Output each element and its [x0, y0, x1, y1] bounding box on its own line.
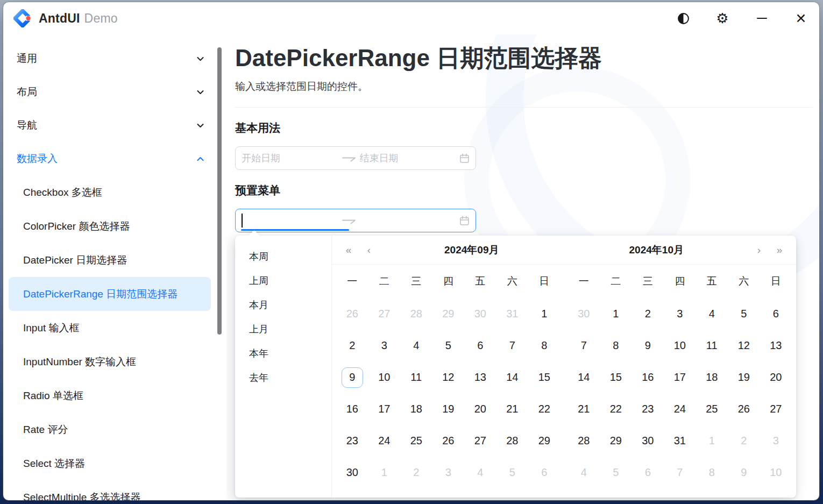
preset-item[interactable]: 本月 — [235, 293, 331, 317]
date-cell[interactable]: 7 — [664, 457, 696, 488]
date-cell[interactable]: 6 — [528, 457, 561, 488]
date-cell[interactable]: 31 — [496, 298, 529, 330]
date-cell[interactable]: 27 — [464, 425, 496, 457]
date-cell[interactable]: 7 — [568, 330, 600, 361]
preset-item[interactable]: 去年 — [235, 365, 331, 389]
date-cell[interactable]: 13 — [760, 330, 792, 361]
date-cell[interactable]: 5 — [728, 298, 760, 330]
prev-month-button[interactable]: ‹ — [359, 239, 379, 261]
preset-item[interactable]: 本周 — [235, 244, 331, 268]
date-cell[interactable]: 13 — [464, 361, 496, 393]
date-cell[interactable]: 8 — [528, 330, 561, 361]
date-cell[interactable]: 1 — [528, 298, 561, 330]
sidebar-scrollbar[interactable] — [214, 34, 226, 500]
range-picker-preset-input[interactable] — [235, 209, 476, 232]
date-cell[interactable]: 3 — [368, 330, 401, 361]
sidebar-group[interactable]: 布局 — [3, 75, 214, 109]
date-cell[interactable]: 23 — [632, 393, 664, 425]
date-cell[interactable]: 6 — [760, 298, 792, 330]
date-cell[interactable]: 1 — [368, 457, 401, 488]
sidebar-item[interactable]: SelectMultiple 多选选择器 — [9, 480, 211, 500]
sidebar-item[interactable]: ColorPicker 颜色选择器 — [9, 209, 211, 243]
date-cell[interactable]: 26 — [728, 393, 760, 425]
date-cell[interactable]: 21 — [496, 393, 529, 425]
date-cell[interactable]: 20 — [464, 393, 496, 425]
date-cell[interactable]: 2 — [400, 457, 432, 488]
date-cell[interactable]: 31 — [664, 425, 696, 457]
date-cell[interactable]: 30 — [336, 457, 368, 488]
date-cell[interactable]: 29 — [432, 298, 465, 330]
sidebar-item[interactable]: Checkbox 多选框 — [9, 175, 211, 209]
date-cell[interactable]: 26 — [432, 425, 465, 457]
date-cell[interactable]: 21 — [568, 393, 600, 425]
sidebar-item[interactable]: Input 输入框 — [9, 311, 211, 345]
sidebar-item[interactable]: InputNumber 数字输入框 — [9, 345, 211, 379]
date-cell[interactable]: 30 — [632, 425, 664, 457]
date-cell[interactable]: 10 — [760, 457, 792, 488]
date-cell[interactable]: 19 — [432, 393, 465, 425]
date-cell[interactable]: 29 — [600, 425, 632, 457]
date-cell[interactable]: 9 — [632, 330, 664, 361]
date-cell-today[interactable]: 9 — [336, 361, 368, 393]
date-cell[interactable]: 4 — [696, 298, 728, 330]
date-cell[interactable]: 15 — [600, 361, 632, 393]
date-cell[interactable]: 12 — [432, 361, 465, 393]
sidebar-group[interactable]: 导航 — [3, 109, 214, 142]
date-cell[interactable]: 14 — [568, 361, 600, 393]
date-cell[interactable]: 5 — [496, 457, 529, 488]
date-cell[interactable]: 17 — [368, 393, 401, 425]
date-cell[interactable]: 16 — [632, 361, 664, 393]
date-cell[interactable]: 27 — [760, 393, 792, 425]
date-cell[interactable]: 26 — [336, 298, 368, 330]
date-cell[interactable]: 6 — [632, 457, 664, 488]
date-cell[interactable]: 11 — [696, 330, 728, 361]
date-cell[interactable]: 2 — [632, 298, 664, 330]
theme-toggle-button[interactable] — [672, 8, 694, 29]
date-cell[interactable]: 3 — [432, 457, 465, 488]
date-cell[interactable]: 23 — [336, 425, 368, 457]
date-cell[interactable]: 1 — [696, 425, 728, 457]
sidebar-group[interactable]: 数据录入 — [3, 142, 214, 175]
date-cell[interactable]: 8 — [600, 330, 632, 361]
preset-item[interactable]: 上月 — [235, 317, 331, 341]
date-cell[interactable]: 8 — [696, 457, 728, 488]
date-cell[interactable]: 22 — [528, 393, 561, 425]
preset-item[interactable]: 本年 — [235, 341, 331, 365]
date-cell[interactable]: 10 — [664, 330, 696, 361]
sidebar-group[interactable]: 通用 — [3, 42, 214, 75]
date-cell[interactable]: 3 — [664, 298, 696, 330]
range-picker-basic-input[interactable]: 开始日期 结束日期 — [235, 146, 476, 170]
date-cell[interactable]: 4 — [464, 457, 496, 488]
sidebar-item[interactable]: DatePicker 日期选择器 — [9, 243, 211, 277]
date-cell[interactable]: 12 — [728, 330, 760, 361]
date-cell[interactable]: 4 — [568, 457, 600, 488]
date-cell[interactable]: 18 — [696, 361, 728, 393]
prev-year-button[interactable]: « — [338, 239, 359, 261]
date-cell[interactable]: 9 — [728, 457, 760, 488]
date-cell[interactable]: 28 — [496, 425, 529, 457]
next-month-button[interactable]: › — [749, 239, 769, 261]
date-cell[interactable]: 17 — [664, 361, 696, 393]
date-cell[interactable]: 25 — [696, 393, 728, 425]
date-cell[interactable]: 2 — [336, 330, 368, 361]
date-cell[interactable]: 30 — [568, 298, 600, 330]
date-cell[interactable]: 1 — [600, 298, 632, 330]
date-cell[interactable]: 5 — [600, 457, 632, 488]
preset-item[interactable]: 上周 — [235, 268, 331, 293]
sidebar-item[interactable]: DatePickerRange 日期范围选择器 — [9, 277, 211, 311]
date-cell[interactable]: 16 — [336, 393, 368, 425]
date-cell[interactable]: 15 — [528, 361, 561, 393]
date-cell[interactable]: 2 — [728, 425, 760, 457]
sidebar-item[interactable]: Radio 单选框 — [9, 379, 211, 413]
date-cell[interactable]: 6 — [464, 330, 496, 361]
date-cell[interactable]: 22 — [600, 393, 632, 425]
date-cell[interactable]: 24 — [368, 425, 401, 457]
sidebar-item[interactable]: Rate 评分 — [9, 413, 211, 446]
end-date-field[interactable]: 结束日期 — [360, 152, 457, 165]
minimize-button[interactable] — [751, 8, 772, 29]
date-cell[interactable]: 19 — [728, 361, 760, 393]
date-cell[interactable]: 3 — [760, 425, 792, 457]
date-cell[interactable]: 30 — [464, 298, 496, 330]
start-date-field[interactable]: 开始日期 — [242, 152, 338, 165]
date-cell[interactable]: 11 — [400, 361, 432, 393]
